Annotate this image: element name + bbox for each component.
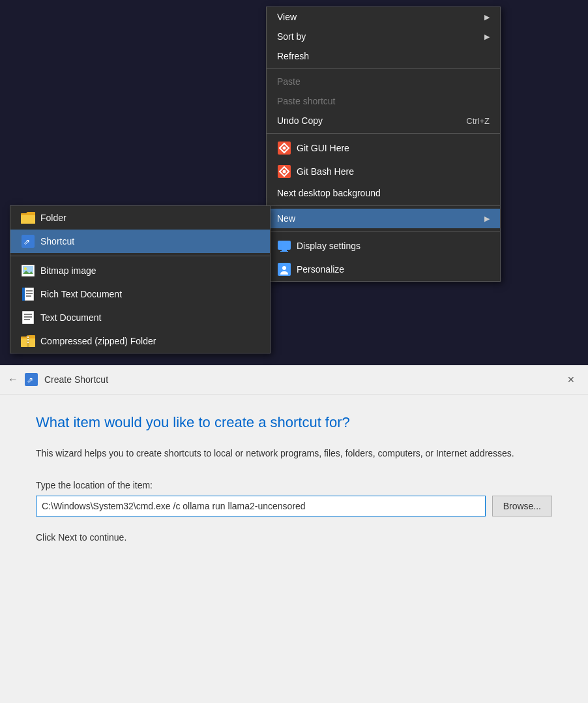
new-richtext-label: Rich Text Document (40, 289, 122, 299)
separator-4 (267, 231, 500, 232)
new-menu-shortcut[interactable]: ⇗ Shortcut (10, 230, 270, 253)
menu-item-new[interactable]: New ▶ (267, 209, 500, 228)
new-textdoc-label: Text Document (40, 312, 101, 323)
browse-button[interactable]: Browse... (492, 496, 552, 516)
svg-point-3 (283, 170, 286, 173)
new-menu-textdoc[interactable]: Text Document (10, 306, 270, 329)
view-chevron: ▶ (484, 13, 490, 22)
svg-rect-20 (22, 311, 34, 324)
menu-item-personalize[interactable]: Personalize (267, 258, 500, 281)
footer-text: Click Next to continue. (36, 532, 552, 543)
dialog-title: Create Shortcut (44, 374, 108, 385)
context-menu-new: Folder ⇗ Shortcut Bit (10, 205, 271, 353)
paste-label: Paste (277, 76, 301, 87)
dialog-content: What item would you like to create a sho… (0, 395, 588, 562)
input-row: Browse... (36, 496, 552, 516)
new-separator-1 (10, 256, 270, 256)
dialog-heading: What item would you like to create a sho… (36, 414, 552, 431)
menu-item-refresh[interactable]: Refresh (267, 46, 500, 66)
new-zip-label: Compressed (zipped) Folder (40, 336, 156, 346)
svg-rect-6 (280, 251, 288, 252)
create-shortcut-dialog: ← ⇗ Create Shortcut ✕ What item would yo… (0, 365, 588, 703)
svg-text:⇗: ⇗ (23, 237, 30, 247)
dialog-titlebar: ← ⇗ Create Shortcut ✕ (0, 365, 588, 395)
titlebar-left: ← ⇗ Create Shortcut (8, 373, 108, 386)
svg-rect-27 (27, 339, 29, 340)
svg-rect-26 (27, 337, 29, 338)
new-bitmap-label: Bitmap image (40, 265, 96, 276)
shortcut-icon: ⇗ (21, 234, 35, 248)
svg-point-1 (283, 147, 286, 150)
personalize-icon (277, 262, 291, 277)
menu-item-undo-copy[interactable]: Undo Copy Ctrl+Z (267, 111, 500, 130)
svg-rect-28 (27, 342, 29, 343)
menu-item-git-bash[interactable]: Git Bash Here (267, 160, 500, 183)
separator-2 (267, 133, 500, 134)
new-menu-folder[interactable]: Folder (10, 206, 270, 230)
display-settings-label: Display settings (297, 241, 360, 251)
new-label: New (277, 213, 295, 224)
svg-rect-16 (22, 288, 25, 301)
paste-shortcut-label: Paste shortcut (277, 96, 336, 106)
svg-point-14 (24, 267, 27, 270)
refresh-label: Refresh (277, 51, 309, 61)
git-bash-label: Git Bash Here (297, 166, 354, 177)
new-folder-label: Folder (40, 213, 66, 223)
git-gui-icon (277, 141, 291, 155)
title-icon: ⇗ (25, 373, 38, 386)
personalize-label: Personalize (297, 264, 344, 275)
close-button[interactable]: ✕ (562, 370, 580, 389)
new-menu-richtext[interactable]: Rich Text Document (10, 282, 270, 306)
separator-1 (267, 68, 500, 69)
menu-item-paste-shortcut: Paste shortcut (267, 91, 500, 111)
display-settings-icon (277, 239, 291, 253)
menu-item-git-gui[interactable]: Git GUI Here (267, 136, 500, 160)
input-label: Type the location of the item: (36, 480, 552, 490)
undo-copy-shortcut: Ctrl+Z (466, 116, 490, 126)
svg-text:⇗: ⇗ (27, 376, 33, 385)
menu-item-display-settings[interactable]: Display settings (267, 234, 500, 258)
new-menu-bitmap[interactable]: Bitmap image (10, 259, 270, 282)
view-label: View (277, 12, 297, 22)
undo-copy-label: Undo Copy (277, 115, 323, 126)
location-input[interactable] (36, 496, 486, 516)
menu-item-paste: Paste (267, 72, 500, 91)
svg-rect-5 (282, 250, 287, 251)
svg-point-8 (282, 266, 286, 270)
sortby-label: Sort by (277, 31, 306, 42)
context-menu-main: View ▶ Sort by ▶ Refresh Paste Paste sho… (266, 7, 501, 282)
dialog-description: This wizard helps you to create shortcut… (36, 447, 552, 460)
zip-icon (21, 334, 35, 348)
new-chevron: ▶ (484, 215, 490, 223)
separator-3 (267, 205, 500, 206)
bitmap-icon (21, 263, 35, 278)
sortby-chevron: ▶ (484, 33, 490, 41)
new-shortcut-label: Shortcut (40, 236, 74, 247)
menu-item-view[interactable]: View ▶ (267, 7, 500, 27)
back-button[interactable]: ← (8, 374, 18, 385)
richtext-icon (21, 287, 35, 301)
menu-item-next-desktop-bg[interactable]: Next desktop background (267, 183, 500, 203)
git-bash-icon (277, 164, 291, 179)
next-desktop-bg-label: Next desktop background (277, 188, 381, 198)
svg-rect-4 (278, 241, 291, 250)
svg-rect-9 (21, 215, 35, 224)
menu-item-sortby[interactable]: Sort by ▶ (267, 27, 500, 46)
folder-icon (21, 211, 35, 225)
textdoc-icon (21, 310, 35, 325)
git-gui-label: Git GUI Here (297, 143, 349, 153)
new-menu-zip[interactable]: Compressed (zipped) Folder (10, 329, 270, 353)
